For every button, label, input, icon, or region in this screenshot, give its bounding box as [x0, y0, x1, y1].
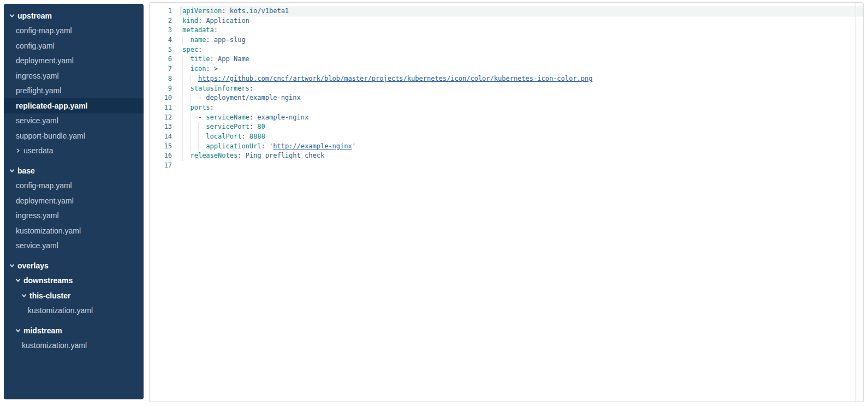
indent-guide	[198, 122, 199, 132]
sidebar-item-label: service.yaml	[16, 116, 58, 125]
code-line-content: name: app-slug	[180, 35, 863, 45]
sidebar-item-kustomization-yaml[interactable]: kustomization.yaml	[4, 303, 144, 319]
yaml-token-key: metadata	[182, 26, 214, 34]
sidebar-item-this-cluster[interactable]: this-cluster	[4, 288, 144, 303]
sidebar-item-service-yaml[interactable]: service.yaml	[4, 238, 144, 254]
code-line[interactable]: 10 - deployment/example-nginx	[150, 93, 863, 103]
code-line[interactable]: 17	[150, 161, 863, 171]
yaml-token-value: example-nginx	[257, 113, 308, 121]
yaml-token-punct: -	[198, 113, 206, 121]
chevron-down-icon	[8, 13, 15, 19]
sidebar-item-preflight-yaml[interactable]: preflight.yaml	[4, 83, 144, 99]
indent-guide	[198, 132, 199, 142]
yaml-link[interactable]: https://github.com/cncf/artwork/blob/mas…	[198, 75, 592, 82]
sidebar-item-service-yaml[interactable]: service.yaml	[4, 113, 144, 129]
sidebar-item-label: deployment.yaml	[16, 196, 74, 205]
sidebar-item-support-bundle-yaml[interactable]: support-bundle.yaml	[4, 128, 144, 143]
sidebar-item-label: ingress.yaml	[16, 71, 59, 80]
sidebar-item-deployment-yaml[interactable]: deployment.yaml	[4, 53, 144, 69]
yaml-editor[interactable]: 1apiVersion: kots.io/v1beta12kind: Appli…	[149, 2, 864, 402]
yaml-token-key: releaseNotes	[190, 152, 237, 159]
sidebar-item-label: overlays	[17, 261, 49, 270]
code-line[interactable]: 2kind: Application	[150, 16, 863, 26]
line-number: 15	[150, 142, 172, 152]
sidebar-item-ingress-yaml[interactable]: ingress.yaml	[4, 68, 144, 83]
sidebar-item-label: midstream	[23, 326, 62, 335]
code-line[interactable]: 16 releaseNotes: Ping preflight check	[150, 151, 863, 161]
sidebar-item-kustomization-yaml[interactable]: kustomization.yaml	[4, 223, 144, 238]
code-line[interactable]: 13 servicePort: 80	[150, 122, 863, 132]
line-number: 14	[150, 132, 172, 142]
sidebar-item-ingress-yaml[interactable]: ingress.yaml	[4, 208, 144, 224]
sidebar-item-deployment-yaml[interactable]: deployment.yaml	[4, 193, 144, 208]
code-line[interactable]: 4 name: app-slug	[150, 35, 863, 45]
code-line[interactable]: 1apiVersion: kots.io/v1beta1	[150, 7, 863, 16]
code-line[interactable]: 11 ports:	[150, 103, 863, 113]
code-line-content: icon: >-	[180, 64, 863, 74]
chevron-right-icon	[14, 148, 21, 153]
yaml-token-punct: '	[352, 142, 356, 150]
yaml-token-key: icon	[190, 65, 206, 73]
indent-spaces	[182, 123, 206, 130]
sidebar-item-kustomization-yaml[interactable]: kustomization.yaml	[4, 338, 144, 354]
yaml-token-punct: :	[210, 104, 214, 111]
indent-spaces	[182, 133, 206, 140]
sidebar-item-config-yaml[interactable]: config.yaml	[4, 38, 144, 53]
code-line[interactable]: 14 localPort: 8888	[150, 132, 863, 142]
code-line[interactable]: 7 icon: >-	[150, 64, 863, 74]
indent-guide	[190, 142, 191, 152]
yaml-token-value: Ping preflight check	[246, 152, 325, 159]
indent-guide	[182, 55, 183, 64]
sidebar-item-midstream[interactable]: midstream	[4, 323, 144, 338]
editor-scrollbar[interactable]	[855, 3, 863, 402]
sidebar-item-label: config-map.yaml	[16, 26, 72, 35]
code-line-content: localPort: 8888	[180, 132, 863, 142]
sidebar-item-label: kustomization.yaml	[22, 341, 87, 350]
code-line[interactable]: 6 title: App Name	[150, 55, 863, 64]
yaml-token-key: statusInformers	[190, 85, 249, 92]
sidebar-item-label: userdata	[23, 146, 53, 155]
sidebar-item-base[interactable]: base	[4, 163, 144, 178]
yaml-token-punct: :	[261, 142, 265, 150]
line-number: 2	[150, 16, 172, 26]
code-line[interactable]: 15 applicationUrl: 'http://example-nginx…	[150, 142, 863, 152]
code-line-content: kind: Application	[180, 16, 863, 26]
line-number: 10	[150, 93, 172, 103]
indent-guide	[182, 64, 183, 74]
indent-guide	[190, 93, 191, 103]
indent-spaces	[182, 36, 190, 44]
code-line[interactable]: 8 https://github.com/cncf/artwork/blob/m…	[150, 74, 863, 84]
yaml-token-value: App Name	[218, 55, 249, 63]
sidebar-item-label: this-cluster	[29, 291, 70, 300]
sidebar-item-upstream[interactable]: upstream	[4, 8, 144, 23]
indent-guide	[190, 113, 191, 123]
code-line[interactable]: 5spec:	[150, 45, 863, 55]
sidebar-item-label: service.yaml	[16, 241, 58, 250]
line-number: 4	[150, 35, 172, 45]
yaml-token-punct: :	[249, 85, 253, 92]
indent-spaces	[182, 104, 190, 111]
code-line[interactable]: 9 statusInformers:	[150, 84, 863, 94]
indent-guide	[182, 35, 183, 45]
sidebar-item-config-map-yaml[interactable]: config-map.yaml	[4, 178, 144, 194]
line-number: 11	[150, 103, 172, 113]
yaml-link[interactable]: http://example-nginx	[273, 142, 352, 150]
sidebar-item-replicated-app-yaml[interactable]: replicated-app.yaml	[4, 98, 144, 113]
yaml-token-punct: :	[198, 46, 202, 53]
indent-guide	[182, 113, 183, 123]
line-number: 8	[150, 74, 172, 84]
yaml-token-number: 80	[257, 123, 265, 130]
indent-spaces	[182, 55, 190, 63]
code-line[interactable]: 3metadata:	[150, 26, 863, 35]
sidebar-item-overlays[interactable]: overlays	[4, 258, 144, 273]
sidebar-item-downstreams[interactable]: downstreams	[4, 273, 144, 289]
sidebar-item-userdata[interactable]: userdata	[4, 143, 144, 159]
sidebar-item-label: support-bundle.yaml	[16, 131, 85, 140]
code-line-content: applicationUrl: 'http://example-nginx'	[180, 142, 863, 152]
yaml-token-number: 8888	[249, 133, 265, 140]
line-number: 5	[150, 45, 172, 55]
sidebar-item-config-map-yaml[interactable]: config-map.yaml	[4, 23, 144, 39]
code-line-content: - deployment/example-nginx	[180, 93, 863, 103]
code-area[interactable]: 1apiVersion: kots.io/v1beta12kind: Appli…	[150, 7, 863, 171]
code-line[interactable]: 12 - serviceName: example-nginx	[150, 113, 863, 123]
